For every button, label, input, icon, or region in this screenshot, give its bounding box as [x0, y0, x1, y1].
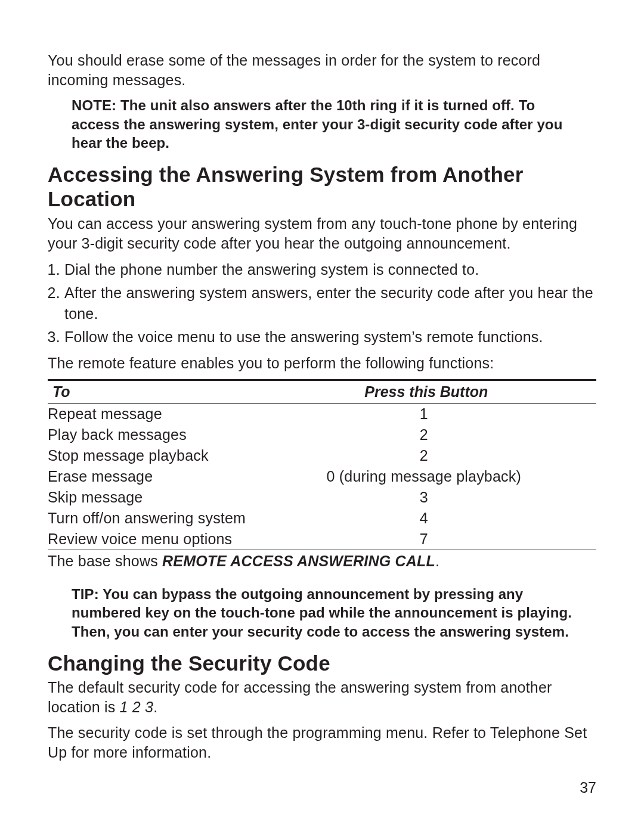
- section1-intro: You can access your answering system fro…: [48, 214, 596, 253]
- cell-button: 2: [256, 445, 596, 466]
- remote-functions-table: To Press this Button Repeat message 1 Pl…: [48, 379, 596, 550]
- table-row: Skip message 3: [48, 487, 596, 508]
- table-row: Turn off/on answering system 4: [48, 508, 596, 529]
- table-row: Repeat message 1: [48, 403, 596, 424]
- manual-page: You should erase some of the messages in…: [0, 0, 644, 819]
- security-code-p2: The security code is set through the pro…: [48, 723, 596, 762]
- cell-button: 1: [256, 403, 596, 424]
- cell-button: 2: [256, 424, 596, 445]
- p1-code: 1 2 3: [120, 699, 154, 715]
- p1-suffix: .: [153, 699, 157, 715]
- note-block: NOTE: The unit also answers after the 10…: [72, 96, 584, 153]
- cell-to: Turn off/on answering system: [48, 508, 256, 529]
- cell-to: Repeat message: [48, 403, 256, 424]
- cell-button: 0 (during message playback): [256, 466, 596, 487]
- step-item: After the answering system answers, ente…: [64, 283, 596, 324]
- page-number: 37: [580, 779, 596, 796]
- after-table-line: The base shows REMOTE ACCESS ANSWERING C…: [48, 553, 596, 570]
- after-table-suffix: .: [435, 553, 439, 569]
- table-row: Erase message 0 (during message playback…: [48, 466, 596, 487]
- security-code-p1: The default security code for accessing …: [48, 678, 596, 717]
- cell-button: 3: [256, 487, 596, 508]
- after-table-emph: REMOTE ACCESS ANSWERING CALL: [162, 553, 435, 569]
- table-row: Stop message playback 2: [48, 445, 596, 466]
- section-heading-security-code: Changing the Security Code: [48, 651, 596, 675]
- after-steps-text: The remote feature enables you to perfor…: [48, 353, 596, 373]
- table-header-to: To: [48, 380, 256, 403]
- table-row: Review voice menu options 7: [48, 529, 596, 550]
- after-table-prefix: The base shows: [48, 553, 162, 569]
- step-item: Follow the voice menu to use the answeri…: [64, 327, 596, 348]
- cell-to: Stop message playback: [48, 445, 256, 466]
- step-item: Dial the phone number the answering syst…: [64, 259, 596, 280]
- tip-block: TIP: You can bypass the outgoing announc…: [72, 585, 584, 641]
- cell-to: Erase message: [48, 466, 256, 487]
- table-row: Play back messages 2: [48, 424, 596, 445]
- cell-button: 7: [256, 529, 596, 550]
- cell-to: Play back messages: [48, 424, 256, 445]
- cell-button: 4: [256, 508, 596, 529]
- remote-access-steps-list: Dial the phone number the answering syst…: [48, 259, 596, 348]
- cell-to: Review voice menu options: [48, 529, 256, 550]
- section-heading-remote-access: Accessing the Answering System from Anot…: [48, 162, 596, 212]
- intro-paragraph: You should erase some of the messages in…: [48, 51, 596, 90]
- cell-to: Skip message: [48, 487, 256, 508]
- table-header-button: Press this Button: [256, 380, 596, 403]
